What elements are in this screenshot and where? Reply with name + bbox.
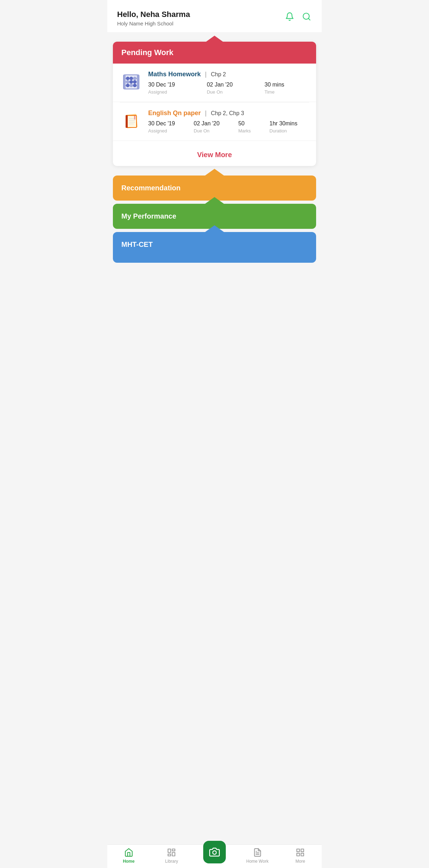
maths-time: 30 mins — [265, 82, 309, 88]
english-meta: 30 Dec '19 02 Jan '20 50 1hr 30mins Assi… — [148, 120, 309, 133]
english-title: English Qn paper — [148, 109, 201, 117]
mhtcet-chevron-tab-wrap — [113, 225, 316, 232]
english-work-details: English Qn paper | Chp 2, Chp 3 30 Dec '… — [148, 109, 309, 133]
english-icon — [120, 109, 143, 132]
recommendation-chevron-tab-wrap — [113, 169, 316, 176]
svg-point-12 — [129, 80, 133, 84]
svg-line-1 — [308, 18, 310, 20]
english-title-row: English Qn paper | Chp 2, Chp 3 — [148, 109, 309, 117]
greeting-section: Hello, Neha Sharma Holy Name High School — [117, 10, 190, 26]
svg-point-15 — [129, 84, 133, 87]
english-duration: 1hr 30mins — [270, 120, 309, 127]
user-name: Hello, Neha Sharma — [117, 10, 190, 19]
english-due-date: 02 Jan '20 — [194, 120, 231, 127]
svg-point-11 — [126, 80, 129, 84]
performance-chevron-tab-wrap — [113, 197, 316, 204]
svg-rect-20 — [126, 115, 128, 128]
performance-chevron-tab — [205, 197, 224, 204]
view-more-button[interactable]: View More — [197, 151, 232, 159]
pending-chevron-tab — [113, 36, 316, 42]
notification-icon[interactable] — [284, 11, 295, 22]
pending-work-title: Pending Work — [121, 48, 174, 57]
maths-chapter: Chp 2 — [211, 71, 226, 78]
svg-point-16 — [133, 84, 137, 87]
mhtcet-title: MHT-CET — [121, 240, 153, 248]
performance-title: My Performance — [121, 212, 176, 220]
search-icon[interactable] — [301, 11, 312, 22]
maths-assigned-date: 30 Dec '19 — [148, 82, 200, 88]
pending-work-card: Pending Work — [113, 42, 316, 166]
maths-meta: 30 Dec '19 02 Jan '20 30 mins Assigned D… — [148, 82, 309, 95]
maths-title-row: Maths Homework | Chp 2 — [148, 71, 309, 78]
english-paper-item[interactable]: English Qn paper | Chp 2, Chp 3 30 Dec '… — [113, 102, 316, 141]
svg-rect-4 — [137, 75, 139, 89]
english-marks: 50 — [238, 120, 262, 127]
english-chapter: Chp 2, Chp 3 — [211, 110, 244, 117]
mhtcet-chevron-tab — [205, 225, 224, 232]
maths-assigned-label: Assigned — [148, 89, 200, 95]
view-more-section[interactable]: View More — [113, 141, 316, 166]
recommendation-title: Recommendation — [121, 184, 181, 192]
english-due-label: Due On — [194, 128, 231, 133]
svg-point-13 — [133, 80, 137, 84]
maths-homework-item[interactable]: Maths Homework | Chp 2 30 Dec '19 02 Jan… — [113, 64, 316, 102]
mhtcet-section: MHT-CET — [113, 225, 316, 263]
maths-title: Maths Homework — [148, 71, 201, 78]
svg-point-9 — [129, 77, 133, 80]
english-assigned-date: 30 Dec '19 — [148, 120, 187, 127]
maths-due-label: Due On — [207, 89, 258, 95]
pending-work-header: Pending Work — [113, 42, 316, 64]
svg-rect-3 — [123, 75, 126, 89]
app-header: Hello, Neha Sharma Holy Name High School — [107, 0, 322, 32]
maths-due-date: 02 Jan '20 — [207, 82, 258, 88]
performance-section: My Performance — [113, 197, 316, 229]
english-marks-label: Marks — [238, 128, 262, 133]
svg-point-10 — [133, 77, 137, 80]
pending-work-section: Pending Work — [113, 36, 316, 166]
maths-time-label: Time — [265, 89, 309, 95]
maths-icon — [120, 71, 143, 93]
maths-work-details: Maths Homework | Chp 2 30 Dec '19 02 Jan… — [148, 71, 309, 95]
recommendation-section: Recommendation — [113, 169, 316, 201]
svg-point-8 — [126, 77, 129, 80]
mhtcet-card[interactable]: MHT-CET — [113, 232, 316, 263]
recommendation-chevron-tab — [205, 169, 224, 176]
cards-area: Pending Work — [107, 32, 322, 263]
svg-point-14 — [126, 84, 129, 87]
english-duration-label: Duration — [270, 128, 309, 133]
english-assigned-label: Assigned — [148, 128, 187, 133]
header-icons — [284, 11, 312, 22]
school-name: Holy Name High School — [117, 20, 190, 26]
